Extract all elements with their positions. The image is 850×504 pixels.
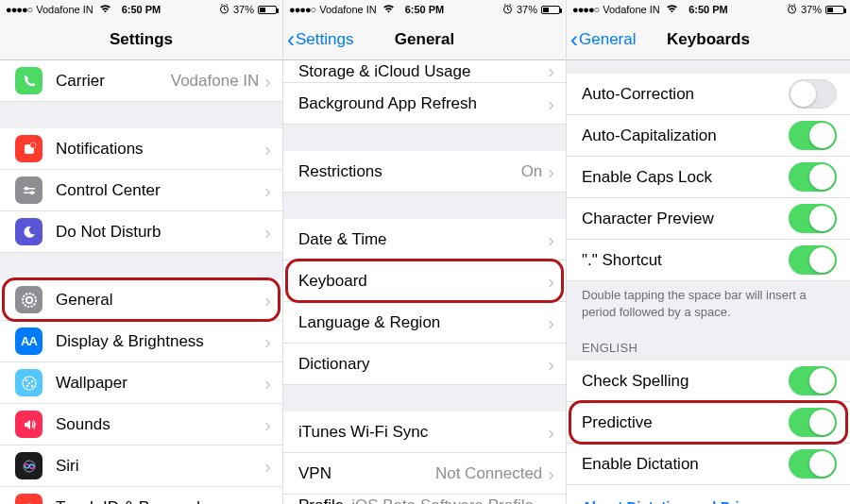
settings-row[interactable]: VPNNot Connected› <box>283 453 566 495</box>
status-carrier: Vodafone IN <box>36 4 94 15</box>
row-label: Touch ID & Passcode <box>56 498 264 505</box>
status-time: 6:50 PM <box>122 4 162 15</box>
row-label: Siri <box>56 457 264 476</box>
row-label: Check Spelling <box>582 372 789 391</box>
settings-row[interactable]: Keyboard› <box>283 260 566 302</box>
settings-row[interactable]: Language & Region› <box>283 302 566 344</box>
wifi-icon <box>99 4 111 15</box>
chevron-right-icon: › <box>548 60 554 82</box>
status-bar: ●●●●○ Vodafone IN 6:50 PM 37% <box>283 0 566 19</box>
wifi-icon <box>666 4 678 15</box>
settings-row[interactable]: General› <box>0 279 282 321</box>
row-label: Dictionary <box>298 355 548 374</box>
chevron-right-icon: › <box>264 374 271 393</box>
keyboard-toggle-row: Auto-Capitalization <box>567 115 850 157</box>
row-label: Predictive <box>582 413 789 432</box>
svg-point-6 <box>30 191 34 194</box>
keyboard-toggle-row: "." Shortcut <box>567 240 850 281</box>
row-label: Character Preview <box>582 210 789 228</box>
settings-row[interactable]: Touch ID & Passcode› <box>0 487 282 504</box>
settings-row[interactable]: Control Center› <box>0 170 282 211</box>
chevron-left-icon: ‹ <box>570 28 578 51</box>
nav-bar: ‹ Settings General <box>283 19 566 60</box>
status-carrier: Vodafone IN <box>603 4 660 15</box>
row-label: General <box>56 291 264 310</box>
back-button[interactable]: ‹ General <box>567 28 636 51</box>
nav-bar: Settings <box>0 19 282 60</box>
toggle-switch[interactable] <box>789 245 837 275</box>
settings-screen: ●●●●○ Vodafone IN 6:50 PM 37% Settings C… <box>0 0 283 504</box>
alarm-icon <box>502 4 513 16</box>
status-bar: ●●●●○ Vodafone IN 6:50 PM 37% <box>0 0 282 19</box>
footer-text: Double tapping the space bar will insert… <box>567 281 850 328</box>
siri-icon <box>15 452 42 479</box>
settings-row[interactable]: RestrictionsOn› <box>283 151 566 193</box>
row-label: Date & Time <box>298 230 548 249</box>
row-label: Notifications <box>56 140 264 159</box>
settings-row[interactable]: Date & Time› <box>283 219 566 260</box>
row-label: VPN <box>298 464 435 483</box>
row-value: iOS Beta Software Profile <box>351 496 534 504</box>
keyboard-toggle-row: Character Preview <box>567 198 850 240</box>
gear-icon <box>15 286 42 313</box>
settings-row[interactable]: Wallpaper› <box>0 362 282 404</box>
sounds-icon <box>15 411 42 438</box>
wifi-icon <box>382 4 395 15</box>
toggle-switch[interactable] <box>789 162 837 192</box>
row-value: Not Connected <box>435 464 542 483</box>
settings-row[interactable]: CarrierVodafone IN› <box>0 60 282 102</box>
moon-icon <box>15 218 42 245</box>
nav-bar: ‹ General Keyboards <box>567 19 850 60</box>
svg-point-12 <box>26 384 28 387</box>
chevron-left-icon: ‹ <box>287 28 295 51</box>
chevron-right-icon: › <box>548 272 554 291</box>
settings-row[interactable]: Dictionary› <box>283 344 566 385</box>
status-time: 6:50 PM <box>405 4 445 15</box>
about-dictation-link[interactable]: About Dictation and Privacy… <box>567 485 850 504</box>
settings-row[interactable]: AADisplay & Brightness› <box>0 321 282 362</box>
keyboard-toggle-row: Enable Caps Lock <box>567 157 850 198</box>
chevron-right-icon: › <box>548 230 554 249</box>
row-label: Language & Region <box>298 313 548 332</box>
chevron-right-icon: › <box>264 415 271 434</box>
toggle-switch[interactable] <box>789 366 837 395</box>
settings-row[interactable]: Notifications› <box>0 128 282 170</box>
settings-row[interactable]: Siri› <box>0 445 282 487</box>
settings-row[interactable]: Storage & iCloud Usage› <box>283 60 566 83</box>
settings-row[interactable]: iTunes Wi-Fi Sync› <box>283 412 566 453</box>
row-value: On <box>521 162 543 181</box>
settings-row[interactable]: Background App Refresh› <box>283 83 566 125</box>
settings-row[interactable]: Sounds› <box>0 404 282 445</box>
svg-point-11 <box>30 379 33 382</box>
row-label: Enable Dictation <box>582 455 789 474</box>
chevron-right-icon: › <box>548 464 554 483</box>
toggle-switch[interactable] <box>789 204 837 233</box>
back-button[interactable]: ‹ Settings <box>283 28 353 51</box>
settings-row[interactable]: Do Not Disturb› <box>0 211 282 253</box>
alarm-icon <box>219 4 230 16</box>
general-screen: ●●●●○ Vodafone IN 6:50 PM 37% ‹ Settings… <box>283 0 567 504</box>
chevron-right-icon: › <box>548 423 554 442</box>
chevron-right-icon: › <box>264 181 271 200</box>
row-label: Enable Caps Lock <box>582 168 789 187</box>
toggle-switch[interactable] <box>789 121 837 150</box>
battery-icon <box>541 6 560 14</box>
chevron-right-icon: › <box>548 162 554 181</box>
toggle-switch[interactable] <box>789 408 837 437</box>
keyboards-screen: ●●●●○ Vodafone IN 6:50 PM 37% ‹ General … <box>567 0 850 504</box>
svg-point-2 <box>30 143 36 148</box>
row-label: Wallpaper <box>56 374 264 393</box>
battery-icon <box>258 6 277 14</box>
row-label: Auto-Correction <box>582 85 789 104</box>
chevron-right-icon: › <box>264 332 271 351</box>
row-label: Auto-Capitalization <box>582 126 789 145</box>
toggle-switch[interactable] <box>789 449 837 479</box>
toggle-switch[interactable] <box>789 79 837 109</box>
chevron-right-icon: › <box>264 72 271 91</box>
alarm-icon <box>787 4 797 16</box>
row-label: Background App Refresh <box>298 94 548 113</box>
chevron-right-icon: › <box>264 457 271 476</box>
chevron-right-icon: › <box>264 498 271 505</box>
row-label: iTunes Wi-Fi Sync <box>298 423 548 442</box>
settings-row[interactable]: ProfileiOS Beta Software Profile <box>283 495 566 504</box>
